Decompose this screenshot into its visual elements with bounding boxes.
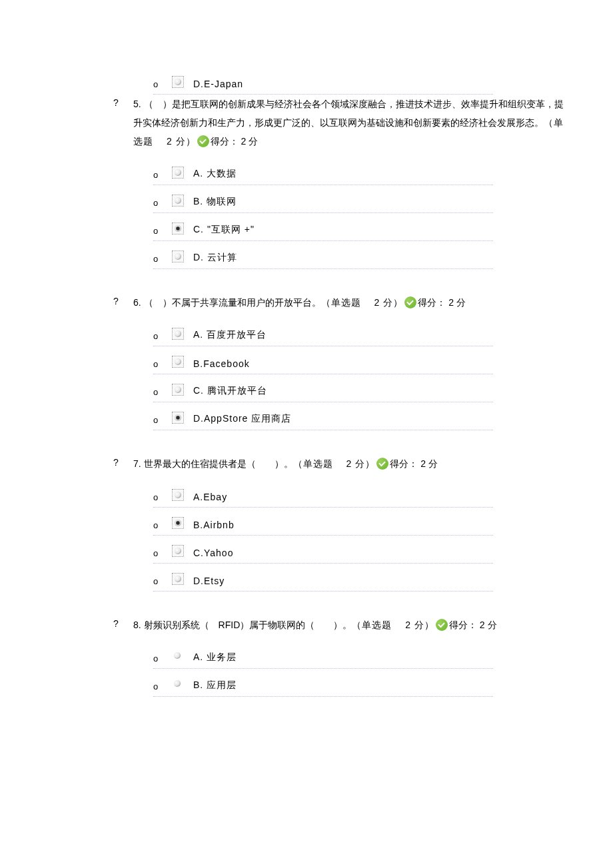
radio-icon[interactable] [172, 195, 184, 207]
option-row[interactable]: oA. 业务层 [153, 641, 493, 669]
question-type-label: （单选题2 分） [321, 297, 404, 308]
radio-icon[interactable] [172, 167, 184, 179]
option-row[interactable]: oB. 物联网 [153, 185, 493, 213]
question-body: （ ）不属于共享流量和用户的开放平台。 [144, 297, 321, 308]
question-block: ?8. 射频识别系统（ RFID）属于物联网的（ ）。（单选题2 分）得分： 2… [27, 616, 586, 697]
question-bullet: ? [113, 454, 133, 468]
check-icon [197, 135, 209, 147]
options-list: oA. 百度开放平台oB.FacebookoC. 腾讯开放平台oD.AppSto… [153, 318, 493, 430]
question-number: 8. [133, 620, 144, 630]
question-block: ?7. 世界最大的住宿提供者是（ ）。（单选题2 分）得分： 2 分oA.Eba… [27, 454, 586, 592]
options-list: oA.EbayoB.AirbnboC.YahoooD.Etsy [153, 480, 493, 592]
option-bullet: o [153, 198, 172, 211]
option-label: D. 云计算 [193, 252, 237, 266]
option-label: C. "互联网 +" [193, 224, 255, 238]
score-label: 得分： 2 分 [449, 620, 497, 630]
option-label: C. 腾讯开放平台 [193, 385, 267, 400]
option-row[interactable]: oB.Airbnb [153, 508, 493, 536]
option-label: C.Yahoo [193, 548, 233, 561]
option-row[interactable]: oC. "互联网 +" [153, 213, 493, 241]
option-label: D.E-Japan [193, 79, 243, 92]
question-type-label: （单选题2 分） [352, 620, 434, 630]
option-bullet: o [153, 170, 172, 183]
option-label: B.Facebook [193, 358, 250, 372]
question-text: 5. （ ）是把互联网的创新成果与经济社会各个领域深度融合，推进技术进步、效率提… [133, 95, 586, 151]
radio-icon[interactable] [172, 412, 184, 424]
option-bullet: o [153, 331, 172, 344]
question-body: （ ）是把互联网的创新成果与经济社会各个领域深度融合，推进技术进步、效率提升和组… [133, 99, 564, 128]
option-row[interactable]: oD. 云计算 [153, 241, 493, 269]
check-icon [376, 458, 388, 470]
options-list: oA. 大数据oB. 物联网oC. "互联网 +"oD. 云计算 [153, 157, 493, 269]
option-bullet: o [153, 520, 172, 533]
options-list: oA. 业务层oB. 应用层 [153, 641, 493, 697]
question-number: 6. [133, 297, 144, 308]
option-bullet: o [153, 226, 172, 238]
page-content: o D.E-Japan ?5. （ ）是把互联网的创新成果与经济社会各个领域深度… [0, 0, 613, 761]
option-row[interactable]: o D.E-Japan [153, 67, 493, 95]
option-bullet: o [153, 254, 172, 266]
option-row[interactable]: oB. 应用层 [153, 669, 493, 697]
radio-icon[interactable] [172, 250, 184, 262]
score-label: 得分： 2 分 [211, 136, 259, 147]
radio-icon[interactable] [172, 517, 184, 529]
radio-icon[interactable] [172, 650, 184, 662]
check-icon [404, 296, 416, 308]
check-icon [436, 619, 448, 631]
option-row[interactable]: oA. 百度开放平台 [153, 318, 493, 346]
radio-icon[interactable] [172, 222, 184, 234]
question-line: ?8. 射频识别系统（ RFID）属于物联网的（ ）。（单选题2 分）得分： 2… [113, 616, 586, 634]
question-number: 5. [133, 99, 144, 109]
radio-icon[interactable] [172, 489, 184, 501]
question-bullet: ? [113, 293, 133, 306]
option-row[interactable]: oB.Facebook [153, 346, 493, 374]
question-block: ?5. （ ）是把互联网的创新成果与经济社会各个领域深度融合，推进技术进步、效率… [27, 95, 586, 269]
radio-icon[interactable] [172, 573, 184, 585]
option-bullet: o [153, 415, 172, 428]
radio-icon[interactable] [172, 384, 184, 396]
option-label: D.Etsy [193, 576, 225, 589]
option-bullet: o [153, 681, 172, 694]
option-row[interactable]: oC.Yahoo [153, 536, 493, 564]
option-label: A. 大数据 [193, 168, 237, 183]
score-label: 得分： 2 分 [390, 458, 438, 469]
option-label: A. 业务层 [193, 651, 237, 666]
option-row[interactable]: oA. 大数据 [153, 157, 493, 185]
question-text: 6. （ ）不属于共享流量和用户的开放平台。（单选题2 分）得分： 2 分 [133, 293, 586, 312]
option-bullet: o [153, 359, 172, 372]
option-row[interactable]: oA.Ebay [153, 480, 493, 508]
option-label: B. 应用层 [193, 679, 237, 694]
question-block: ?6. （ ）不属于共享流量和用户的开放平台。（单选题2 分）得分： 2 分oA… [27, 293, 586, 430]
option-bullet: o [153, 79, 172, 92]
option-row[interactable]: oD.AppStore 应用商店 [153, 402, 493, 430]
question-bullet: ? [113, 616, 133, 629]
option-bullet: o [153, 576, 172, 589]
question-line: ?6. （ ）不属于共享流量和用户的开放平台。（单选题2 分）得分： 2 分 [113, 293, 586, 312]
option-row[interactable]: oD.Etsy [153, 564, 493, 592]
option-label: D.AppStore 应用商店 [193, 413, 291, 428]
question-text: 8. 射频识别系统（ RFID）属于物联网的（ ）。（单选题2 分）得分： 2 … [133, 616, 586, 634]
radio-icon[interactable] [172, 678, 184, 690]
question-text: 7. 世界最大的住宿提供者是（ ）。（单选题2 分）得分： 2 分 [133, 454, 586, 473]
option-bullet: o [153, 548, 172, 561]
option-bullet: o [153, 653, 172, 666]
option-label: A.Ebay [193, 492, 227, 505]
question-bullet: ? [113, 95, 133, 108]
radio-icon[interactable] [172, 76, 184, 88]
radio-icon[interactable] [172, 356, 184, 368]
question-line: ?5. （ ）是把互联网的创新成果与经济社会各个领域深度融合，推进技术进步、效率… [113, 95, 586, 151]
option-bullet: o [153, 492, 172, 505]
question-line: ?7. 世界最大的住宿提供者是（ ）。（单选题2 分）得分： 2 分 [113, 454, 586, 473]
radio-icon[interactable] [172, 545, 184, 557]
question-number: 7. [133, 458, 144, 469]
fragment-options: o D.E-Japan [153, 67, 493, 95]
radio-icon[interactable] [172, 328, 184, 340]
option-bullet: o [153, 387, 172, 400]
option-label: A. 百度开放平台 [193, 329, 267, 344]
option-row[interactable]: oC. 腾讯开放平台 [153, 374, 493, 402]
question-body: 射频识别系统（ RFID）属于物联网的（ ）。 [144, 620, 352, 630]
score-label: 得分： 2 分 [418, 297, 466, 308]
question-type-label: （单选题2 分） [293, 458, 376, 469]
question-body: 世界最大的住宿提供者是（ ）。 [144, 458, 293, 469]
option-label: B.Airbnb [193, 520, 235, 533]
